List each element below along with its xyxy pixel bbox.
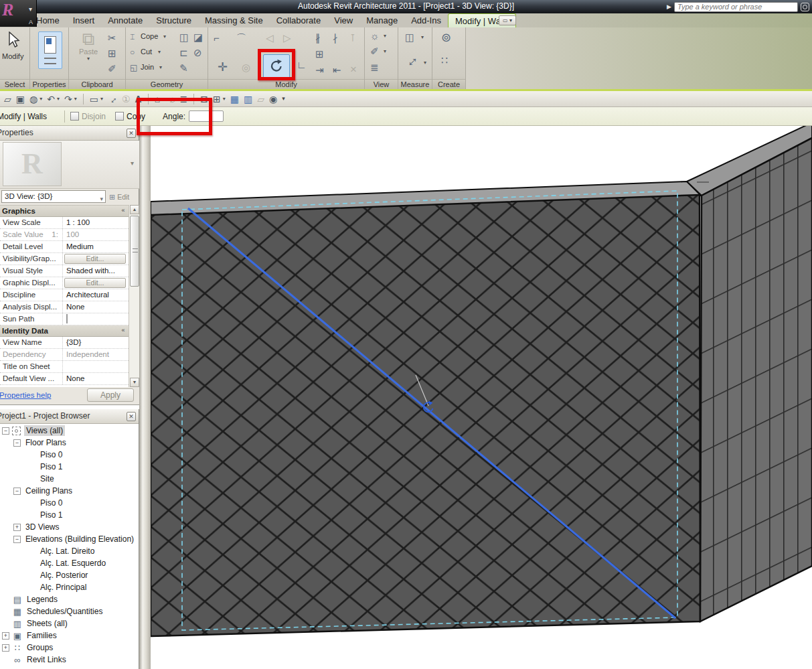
disjoin-checkbox[interactable] bbox=[70, 112, 79, 121]
dimension-arrow-icon[interactable]: ↔ bbox=[106, 92, 119, 106]
demolish-icon[interactable]: ◪ bbox=[193, 32, 203, 42]
tree-item-alc-lat-direito[interactable]: Alç. Lat. Direito bbox=[0, 545, 139, 557]
tree-item-alc-posterior[interactable]: Alç. Posterior bbox=[0, 569, 139, 581]
prop-row-detail-level[interactable]: Detail Level Medium bbox=[0, 241, 129, 253]
prop-row-default-view[interactable]: Default View ... None bbox=[0, 373, 129, 385]
scroll-down-icon[interactable]: ▼ bbox=[130, 378, 139, 387]
copy-checkbox[interactable] bbox=[115, 112, 124, 121]
prop-row-visual-style[interactable]: Visual Style Shaded with... bbox=[0, 265, 129, 277]
offset-icon[interactable]: ⌒ bbox=[236, 33, 246, 43]
cut-dropdown-icon[interactable]: ▾ bbox=[158, 49, 161, 55]
tab-manage[interactable]: Manage bbox=[359, 13, 404, 27]
expander-icon[interactable]: − bbox=[13, 439, 21, 447]
open-icon[interactable]: ▱ bbox=[4, 94, 11, 104]
panel-label-create[interactable]: Create bbox=[432, 79, 465, 89]
collapse-chevron-icon[interactable]: « bbox=[118, 325, 129, 336]
expander-icon[interactable]: + bbox=[13, 524, 21, 531]
search-binoculars-icon[interactable] bbox=[801, 3, 809, 11]
mirror-draw-axis-icon[interactable]: ▷ bbox=[283, 33, 291, 43]
tree-item-revit-links[interactable]: ∞ Revit Links bbox=[0, 654, 139, 666]
expander-icon[interactable]: − bbox=[13, 488, 21, 495]
tree-item-families[interactable]: + ▣ Families bbox=[0, 629, 139, 642]
tab-insert[interactable]: Insert bbox=[66, 13, 102, 27]
tree-item-piso0-ceiling[interactable]: Piso 0 bbox=[0, 497, 139, 509]
tab-annotate[interactable]: Annotate bbox=[101, 13, 149, 27]
panel-label-select[interactable]: Select bbox=[0, 79, 29, 89]
tree-item-sheets[interactable]: ▥ Sheets (all) bbox=[0, 617, 139, 629]
expander-icon[interactable]: − bbox=[2, 427, 9, 435]
scroll-thumb[interactable] bbox=[130, 216, 139, 287]
visibility-edit-button[interactable]: Edit... bbox=[64, 254, 126, 264]
browser-close-icon[interactable]: ✕ bbox=[127, 412, 136, 421]
qat-customize-icon[interactable]: ▾ bbox=[282, 96, 285, 102]
panel-label-properties[interactable]: Properties bbox=[30, 79, 68, 89]
schedule-icon[interactable]: ▦ bbox=[230, 94, 239, 104]
tree-item-alc-principal[interactable]: Alç. Principal bbox=[0, 581, 139, 593]
save-icon[interactable]: ▣ bbox=[16, 94, 25, 104]
undo-dropdown-icon[interactable]: ▾ bbox=[57, 96, 60, 102]
type-selector[interactable]: 3D View: {3D} ▾ bbox=[1, 190, 106, 203]
cut-scissors-icon[interactable]: ✂ bbox=[108, 33, 116, 43]
prop-row-analysis-display[interactable]: Analysis Displ... None bbox=[0, 301, 129, 313]
prop-row-discipline[interactable]: Discipline Architectural bbox=[0, 289, 129, 301]
hidden-elements-bulb-icon[interactable]: ☼ bbox=[370, 31, 380, 41]
tree-item-3d-views[interactable]: + 3D Views bbox=[0, 521, 139, 533]
move-icon[interactable]: ✛ bbox=[218, 61, 228, 73]
join-dropdown-icon[interactable]: ▾ bbox=[159, 64, 162, 70]
drawing-area[interactable] bbox=[151, 126, 812, 669]
expander-icon[interactable]: + bbox=[2, 632, 9, 640]
prop-row-title-on-sheet[interactable]: Title on Sheet bbox=[0, 361, 129, 373]
expander-icon[interactable]: − bbox=[13, 536, 21, 543]
panel-label-modify[interactable]: Modify bbox=[208, 79, 364, 89]
edit-type-button[interactable]: ⊞ Edit Type bbox=[109, 191, 139, 203]
type-preview-dropdown-icon[interactable]: ▾ bbox=[131, 159, 134, 167]
thin-lines-icon[interactable]: ≣ bbox=[370, 62, 379, 72]
tag-icon[interactable]: ① bbox=[122, 94, 131, 104]
section-identity-data[interactable]: Identity Data « bbox=[0, 325, 129, 337]
properties-close-icon[interactable]: ✕ bbox=[127, 129, 136, 138]
create-group-icon[interactable]: ∷ bbox=[441, 56, 448, 66]
join-label[interactable]: Join bbox=[141, 63, 154, 71]
section-graphics[interactable]: Graphics « bbox=[0, 206, 129, 217]
disjoin-option[interactable]: Disjoin bbox=[70, 112, 106, 121]
properties-header[interactable]: Properties ✕ bbox=[0, 126, 139, 141]
unjoin-icon[interactable]: ⊘ bbox=[193, 48, 202, 58]
panel-label-geometry[interactable]: Geometry bbox=[126, 79, 208, 89]
modify-cursor-icon[interactable] bbox=[7, 31, 21, 49]
properties-scrollbar[interactable]: ▲ ▼ bbox=[129, 205, 139, 387]
brush-dropdown-icon[interactable]: ▾ bbox=[384, 48, 386, 54]
tab-massing-site[interactable]: Massing & Site bbox=[198, 13, 270, 27]
bulb-dropdown-icon[interactable]: ▾ bbox=[384, 33, 386, 39]
trim-extend-multi-icon[interactable]: ⇤ bbox=[333, 65, 341, 75]
cope-label[interactable]: Cope bbox=[141, 32, 158, 40]
panel-label-view[interactable]: View bbox=[365, 79, 398, 89]
measure-arrow-icon[interactable]: ↔ bbox=[400, 50, 421, 70]
cube-dropdown-icon[interactable]: ▾ bbox=[421, 34, 424, 40]
split-with-gap-icon[interactable]: ∤ bbox=[333, 33, 338, 43]
mirror-pick-axis-icon[interactable]: ◁ bbox=[266, 33, 274, 43]
tree-item-schedules[interactable]: ▦ Schedules/Quantities bbox=[0, 605, 139, 617]
ribbon-state-toggle[interactable]: ▭ ▾ bbox=[499, 15, 516, 25]
sync-dropdown-icon[interactable]: ▾ bbox=[39, 96, 42, 102]
side-wall-face[interactable] bbox=[700, 138, 812, 621]
tree-item-piso1-floor[interactable]: Piso 1 bbox=[0, 461, 139, 473]
trim-extend-single-icon[interactable]: ⇥ bbox=[315, 65, 324, 75]
wall-joins-icon[interactable]: ◫ bbox=[179, 32, 189, 42]
graphic-display-edit-button[interactable]: Edit... bbox=[64, 278, 126, 288]
properties-toggle-button[interactable] bbox=[38, 31, 62, 69]
collapse-chevron-icon[interactable]: « bbox=[118, 206, 129, 216]
modify-button-label[interactable]: Modify bbox=[2, 52, 23, 60]
tree-item-legends[interactable]: ▤ Legends bbox=[0, 593, 139, 605]
paste-button[interactable]: ⧉ Paste ▾ bbox=[76, 30, 101, 62]
aligned-dimension-icon[interactable]: ▭ bbox=[90, 94, 98, 104]
redo-dropdown-icon[interactable]: ▾ bbox=[74, 96, 77, 102]
dimension-dropdown-icon[interactable]: ▾ bbox=[100, 96, 103, 102]
apply-button[interactable]: Apply bbox=[87, 388, 134, 402]
tree-item-groups[interactable]: + ∷ Groups bbox=[0, 642, 139, 654]
prop-row-view-scale[interactable]: View Scale 1 : 100 bbox=[0, 217, 129, 229]
tree-item-ceiling-plans[interactable]: − Ceiling Plans bbox=[0, 485, 139, 497]
cube-ruler-icon[interactable]: ◫ bbox=[405, 32, 414, 42]
undo-icon[interactable]: ↶ bbox=[47, 94, 55, 104]
beam-cutback-icon[interactable]: ⊏ bbox=[179, 48, 188, 58]
measure-dropdown-icon[interactable]: ▾ bbox=[424, 60, 426, 66]
